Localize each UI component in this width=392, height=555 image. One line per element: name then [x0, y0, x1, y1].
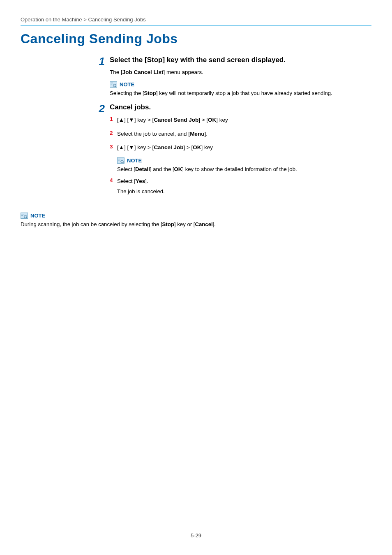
- step-1-note-text: Selecting the [Stop] key will not tempor…: [110, 89, 371, 97]
- note-icon: [110, 81, 117, 88]
- step-2: 2 Cancel jobs. 1 [▲] [▼] key > [Cancel S…: [92, 103, 371, 201]
- breadcrumb-section: Operation on the Machine: [21, 16, 82, 23]
- substep-4: 4 Select [Yes]. The job is canceled.: [110, 177, 371, 195]
- bottom-note-text: During scanning, the job can be canceled…: [21, 220, 371, 228]
- bottom-note: NOTE During scanning, the job can be can…: [21, 213, 371, 228]
- note-label: NOTE: [30, 213, 45, 219]
- substep-4-text: Select [Yes]. The job is canceled.: [117, 177, 371, 195]
- step-2-note: NOTE Select [Detail] and the [OK] key to…: [117, 157, 371, 173]
- note-label: NOTE: [120, 81, 134, 88]
- step-1-number: 1: [92, 56, 105, 67]
- substep-2: 2 Select the job to cancel, and [Menu].: [110, 130, 371, 138]
- step-1-lead-pre: The [: [110, 69, 122, 75]
- step-1: 1 Select the [Stop] key with the send sc…: [92, 56, 371, 103]
- svg-rect-14: [21, 215, 23, 215]
- substep-4-sub: The job is canceled.: [117, 188, 371, 196]
- breadcrumb-topic: Canceling Sending Jobs: [88, 16, 145, 23]
- substep-2-num: 2: [110, 130, 117, 136]
- note-icon: [21, 213, 28, 219]
- step-2-substeps-cont: 4 Select [Yes]. The job is canceled.: [110, 177, 371, 195]
- substep-3: 3 [▲] [▼] key > [Cancel Job] > [OK] key: [110, 143, 371, 152]
- svg-rect-8: [118, 159, 120, 159]
- step-2-note-text: Select [Detail] and the [OK] key to show…: [117, 165, 371, 173]
- svg-rect-3: [111, 83, 113, 83]
- step-2-title: Cancel jobs.: [110, 103, 371, 112]
- svg-rect-9: [118, 160, 120, 160]
- step-1-lead: The [Job Cancel List] menu appears.: [110, 69, 371, 76]
- note-label: NOTE: [127, 157, 142, 164]
- header-rule: [21, 25, 371, 25]
- page-title: Canceling Sending Jobs: [21, 31, 371, 46]
- step-1-title: Select the [Stop] key with the send scre…: [110, 56, 371, 65]
- svg-rect-13: [21, 214, 24, 214]
- substep-1-text: [▲] [▼] key > [Cancel Send Job] > [OK] k…: [117, 116, 371, 124]
- substep-2-text: Select the job to cancel, and [Menu].: [117, 130, 371, 138]
- page: Operation on the Machine > Canceling Sen…: [0, 0, 392, 555]
- note-icon: [117, 157, 125, 164]
- step-1-lead-post: ] menu appears.: [164, 69, 204, 75]
- step-1-lead-bold: Job Cancel List: [122, 69, 164, 75]
- s1-note-post: ] key will not temporarily stop a job th…: [156, 90, 332, 96]
- s1-note-bold: Stop: [144, 90, 156, 96]
- s1-note-pre: Selecting the [: [110, 90, 144, 96]
- svg-rect-4: [111, 84, 112, 84]
- step-2-substeps: 1 [▲] [▼] key > [Cancel Send Job] > [OK]…: [110, 116, 371, 152]
- substep-1-num: 1: [110, 116, 117, 122]
- step-1-note: NOTE Selecting the [Stop] key will not t…: [110, 81, 371, 97]
- breadcrumb: Operation on the Machine > Canceling Sen…: [21, 16, 371, 23]
- substep-3-num: 3: [110, 143, 117, 150]
- substep-4-num: 4: [110, 177, 117, 183]
- substep-1: 1 [▲] [▼] key > [Cancel Send Job] > [OK]…: [110, 116, 371, 124]
- substep-3-text: [▲] [▼] key > [Cancel Job] > [OK] key: [117, 143, 371, 152]
- page-number: 5-29: [0, 532, 392, 539]
- step-2-number: 2: [92, 103, 105, 115]
- breadcrumb-sep: >: [83, 16, 87, 23]
